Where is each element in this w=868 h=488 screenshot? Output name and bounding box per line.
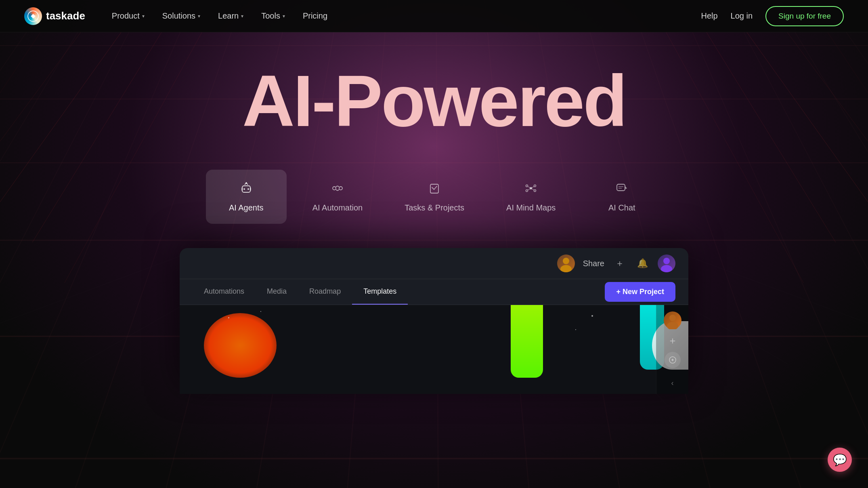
svg-point-25 bbox=[247, 188, 249, 190]
svg-point-47 bbox=[661, 265, 672, 272]
app-main-content: ＋ ‹ bbox=[180, 305, 688, 394]
svg-point-30 bbox=[339, 187, 342, 190]
ai-mind-maps-label: AI Mind Maps bbox=[506, 203, 556, 212]
chat-bubble-button[interactable]: 💬 bbox=[828, 448, 852, 472]
navbar-left: taskade Product ▾ Solutions ▾ Learn ▾ To… bbox=[24, 7, 335, 25]
logo-icon bbox=[24, 7, 42, 25]
hero-title: AI-Powered bbox=[242, 65, 626, 137]
green-blob-decoration bbox=[511, 305, 543, 378]
star-dot bbox=[591, 315, 593, 317]
ai-chat-label: AI Chat bbox=[608, 203, 635, 212]
nav-item-tools[interactable]: Tools ▾ bbox=[254, 8, 292, 24]
svg-point-49 bbox=[667, 322, 678, 329]
app-preview-window: Share ＋ 🔔 Automations Media Roa bbox=[180, 248, 688, 394]
feature-tab-ai-agents[interactable]: AI Agents bbox=[206, 170, 287, 224]
feature-tab-ai-mind-maps[interactable]: AI Mind Maps bbox=[490, 170, 572, 224]
share-button[interactable]: Share bbox=[583, 259, 604, 268]
svg-point-26 bbox=[245, 182, 247, 184]
ai-agents-icon bbox=[239, 181, 254, 198]
ai-automation-label: AI Automation bbox=[312, 203, 363, 212]
nav-links: Product ▾ Solutions ▾ Learn ▾ Tools ▾ Pr… bbox=[105, 8, 335, 24]
svg-point-24 bbox=[243, 188, 245, 190]
app-right-panel: ＋ ‹ bbox=[656, 305, 688, 394]
chevron-down-icon: ▾ bbox=[142, 13, 145, 19]
feature-tab-tasks-projects[interactable]: Tasks & Projects bbox=[388, 170, 480, 224]
app-tabbar: Automations Media Roadmap Templates + Ne… bbox=[180, 279, 688, 305]
login-link[interactable]: Log in bbox=[731, 11, 753, 21]
svg-point-48 bbox=[669, 315, 676, 321]
ai-chat-icon bbox=[614, 181, 629, 198]
nav-item-pricing[interactable]: Pricing bbox=[296, 8, 335, 24]
feature-tabs: AI Agents AI Automation bbox=[206, 170, 663, 224]
logo-link[interactable]: taskade bbox=[24, 7, 85, 25]
orange-blob-decoration bbox=[204, 313, 277, 378]
plus-icon: ＋ bbox=[615, 257, 624, 269]
bell-icon: 🔔 bbox=[637, 258, 648, 269]
star-dot bbox=[575, 329, 576, 330]
right-panel-icon-1[interactable] bbox=[665, 352, 681, 368]
new-project-button[interactable]: + New Project bbox=[605, 282, 675, 302]
user-avatar-right bbox=[658, 255, 675, 272]
tasks-projects-icon bbox=[427, 181, 442, 198]
ai-agents-label: AI Agents bbox=[229, 203, 264, 212]
logo-text: taskade bbox=[46, 10, 85, 22]
bell-button[interactable]: 🔔 bbox=[635, 256, 650, 271]
nav-item-learn[interactable]: Learn ▾ bbox=[211, 8, 251, 24]
ai-mind-maps-icon bbox=[524, 181, 538, 198]
navbar: taskade Product ▾ Solutions ▾ Learn ▾ To… bbox=[0, 0, 868, 32]
svg-point-36 bbox=[534, 190, 536, 192]
signup-button[interactable]: Sign up for free bbox=[765, 6, 844, 26]
chat-bubble-icon: 💬 bbox=[833, 453, 847, 467]
svg-point-46 bbox=[663, 258, 670, 264]
star-dot bbox=[228, 317, 229, 318]
svg-point-34 bbox=[534, 185, 536, 187]
tab-templates[interactable]: Templates bbox=[352, 279, 408, 305]
help-link[interactable]: Help bbox=[701, 11, 717, 21]
svg-rect-28 bbox=[250, 187, 251, 191]
nav-item-product[interactable]: Product ▾ bbox=[105, 8, 152, 24]
chevron-left-icon[interactable]: ‹ bbox=[671, 379, 674, 387]
svg-point-33 bbox=[526, 185, 528, 187]
navbar-right: Help Log in Sign up for free bbox=[701, 6, 844, 26]
tab-media[interactable]: Media bbox=[256, 279, 298, 305]
star-dot bbox=[260, 311, 261, 312]
tab-roadmap[interactable]: Roadmap bbox=[298, 279, 352, 305]
add-button[interactable]: ＋ bbox=[612, 256, 627, 271]
svg-point-35 bbox=[526, 190, 528, 192]
svg-point-29 bbox=[333, 187, 336, 190]
svg-point-45 bbox=[560, 265, 572, 272]
chevron-down-icon: ▾ bbox=[283, 13, 285, 19]
nav-item-solutions[interactable]: Solutions ▾ bbox=[155, 8, 208, 24]
svg-rect-27 bbox=[241, 187, 243, 191]
svg-point-1 bbox=[32, 15, 34, 17]
right-panel-avatar bbox=[664, 311, 681, 329]
svg-point-44 bbox=[563, 258, 569, 264]
hero-content: AI-Powered AI Agents bbox=[0, 32, 868, 394]
tasks-projects-label: Tasks & Projects bbox=[405, 203, 464, 212]
feature-tab-ai-automation[interactable]: AI Automation bbox=[296, 170, 379, 224]
feature-tab-ai-chat[interactable]: AI Chat bbox=[581, 170, 662, 224]
ai-automation-icon bbox=[330, 181, 345, 198]
svg-rect-41 bbox=[617, 184, 625, 191]
user-avatar-left bbox=[557, 255, 575, 272]
chevron-down-icon: ▾ bbox=[198, 13, 200, 19]
chevron-down-icon: ▾ bbox=[241, 13, 243, 19]
hero-section: AI-Powered AI Agents bbox=[0, 0, 868, 488]
right-panel-add-icon[interactable]: ＋ bbox=[668, 334, 677, 347]
tab-automations[interactable]: Automations bbox=[193, 279, 256, 305]
app-topbar: Share ＋ 🔔 bbox=[180, 248, 688, 279]
